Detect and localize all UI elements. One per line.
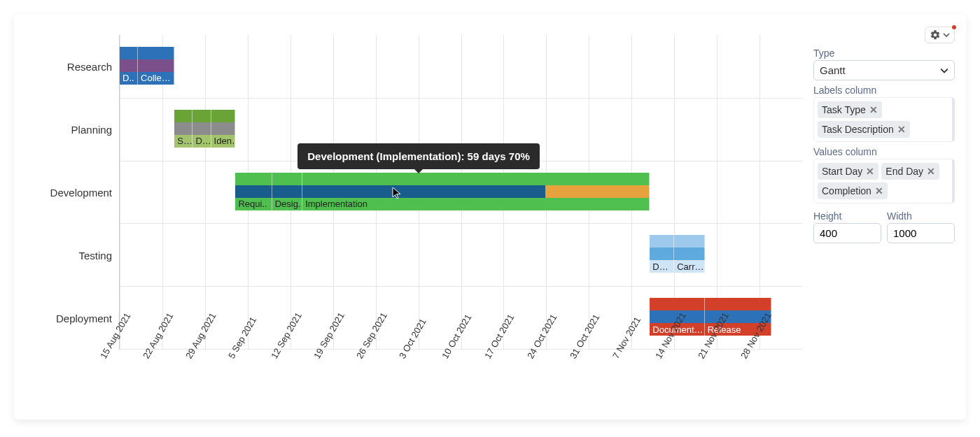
gantt-row: D…Carr… (120, 235, 802, 274)
gantt-bar[interactable] (138, 47, 174, 59)
gantt-bar-label[interactable]: Carr… (674, 260, 705, 273)
chip[interactable]: Completion✕ (818, 182, 888, 199)
side-panel: Type Gantt Labels column Task Type✕Task … (809, 21, 959, 420)
gantt-bar-label[interactable]: Iden… (211, 135, 236, 148)
chip[interactable]: Task Description✕ (818, 121, 910, 138)
gantt-bar[interactable] (272, 185, 303, 198)
gantt-bar[interactable] (235, 173, 272, 185)
width-label: Width (887, 210, 955, 222)
labels-column-chips[interactable]: Task Type✕Task Description✕ (813, 97, 955, 142)
gantt-bar-remaining[interactable] (546, 185, 650, 198)
gantt-bar-label[interactable]: D.. (120, 72, 138, 85)
gantt-bar-label[interactable]: Desig.. (272, 198, 303, 210)
close-icon[interactable]: ✕ (875, 185, 883, 196)
chip-label: End Day (886, 166, 923, 177)
gantt-bar[interactable] (138, 59, 174, 72)
gantt-bar[interactable] (174, 110, 192, 122)
gantt-bar[interactable] (650, 298, 704, 310)
chart-area: ResearchPlanningDevelopmentTestingDeploy… (21, 21, 809, 420)
gantt-bar-label[interactable]: Requi.. (235, 198, 272, 210)
gantt-row: Requi..Desig..Implementation (120, 173, 802, 212)
notification-dot (952, 25, 956, 29)
gantt-bar[interactable] (650, 235, 674, 248)
chevron-down-icon (940, 66, 948, 75)
y-tick-label: Deployment (56, 313, 112, 324)
gear-icon (930, 29, 941, 41)
height-label: Height (813, 210, 881, 222)
values-column-label: Values column (813, 146, 955, 157)
close-icon[interactable]: ✕ (897, 124, 906, 135)
gantt-bar[interactable] (650, 248, 674, 260)
gantt-bar[interactable] (211, 122, 236, 135)
close-icon[interactable]: ✕ (869, 104, 878, 115)
tooltip-text: Development (Implementation): 59 days 70… (307, 150, 530, 162)
chip[interactable]: Start Day✕ (818, 163, 878, 180)
close-icon[interactable]: ✕ (927, 166, 935, 177)
gantt-row: D..Colle… (120, 47, 802, 86)
chip[interactable]: Task Type✕ (818, 101, 882, 118)
chip-label: Task Description (822, 124, 894, 135)
labels-column-label: Labels column (813, 85, 955, 96)
gantt-bar[interactable] (211, 110, 236, 122)
chip-label: Task Type (822, 104, 866, 115)
chip-label: Start Day (822, 166, 862, 177)
y-axis-labels: ResearchPlanningDevelopmentTestingDeploy… (28, 35, 119, 350)
gantt-plot[interactable]: D..Colle…S…D…Iden…Requi..Desig..Implemen… (119, 35, 802, 350)
gantt-bar[interactable] (192, 110, 211, 122)
tooltip: Development (Implementation): 59 days 70… (298, 143, 540, 169)
values-column-chips[interactable]: Start Day✕End Day✕Completion✕ (813, 159, 955, 203)
gantt-bar[interactable] (272, 173, 303, 185)
width-input[interactable] (887, 223, 955, 243)
chip[interactable]: End Day✕ (881, 163, 939, 180)
chevron-down-icon (943, 31, 950, 38)
gantt-bar-label[interactable]: D… (192, 135, 211, 148)
gantt-bar-label[interactable]: Colle… (138, 72, 174, 85)
chart-inner: ResearchPlanningDevelopmentTestingDeploy… (28, 35, 802, 413)
gantt-bar[interactable] (674, 248, 705, 260)
x-axis-labels: 15 Aug 202122 Aug 202129 Aug 20215 Sep 2… (119, 350, 802, 413)
settings-button[interactable] (925, 27, 955, 43)
type-label: Type (813, 48, 955, 59)
y-tick-label: Research (67, 61, 112, 73)
y-tick-label: Planning (71, 124, 112, 136)
y-tick-label: Development (50, 187, 112, 199)
gantt-bar-label[interactable]: D… (650, 260, 674, 273)
app-container: ResearchPlanningDevelopmentTestingDeploy… (14, 14, 966, 420)
gantt-bar[interactable] (192, 122, 211, 135)
gantt-bar[interactable] (174, 122, 192, 135)
gantt-bar[interactable] (235, 185, 272, 198)
gantt-bar-progress[interactable] (302, 185, 545, 198)
close-icon[interactable]: ✕ (866, 166, 874, 177)
gantt-bar[interactable] (120, 47, 138, 59)
gantt-bar[interactable] (705, 298, 772, 310)
height-input[interactable] (813, 223, 881, 243)
y-tick-label: Testing (78, 250, 112, 262)
gantt-bar[interactable] (120, 59, 138, 72)
chip-label: Completion (822, 185, 872, 196)
type-select[interactable]: Gantt (813, 60, 955, 80)
gantt-bar-label[interactable]: S… (174, 135, 192, 148)
type-select-value: Gantt (820, 64, 846, 76)
gantt-bar[interactable] (674, 235, 705, 248)
gantt-bar-label[interactable]: Implementation (302, 198, 650, 210)
gantt-bar[interactable] (302, 173, 650, 185)
